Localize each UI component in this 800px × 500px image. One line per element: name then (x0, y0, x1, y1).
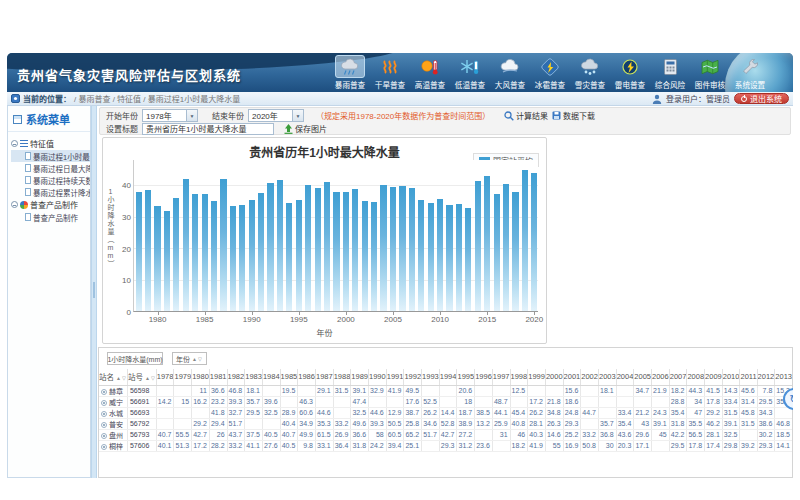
value-cell (422, 385, 440, 396)
year-column-header[interactable]: 1989 (351, 369, 369, 385)
sidebar-item[interactable]: 暴雨过程持续天数 (11, 174, 90, 186)
year-column-header[interactable]: 2013 (775, 369, 793, 385)
sidebar-item[interactable]: 暴雨过程日最大降水量 (11, 162, 90, 174)
chevron-down-icon: ▼ (292, 110, 303, 121)
value-cell: 37.5 (245, 429, 263, 440)
chart-title-input[interactable] (142, 123, 274, 135)
year-column-header[interactable]: 1990 (369, 369, 387, 385)
toolbar: 暴雨普查干旱普查高温普查低温普查大风普查冰雹普查雪灾普查雷电普查综合风险图件审核… (332, 55, 767, 90)
year-column-header[interactable]: 1987 (315, 369, 333, 385)
year-column-header[interactable]: 1980 (192, 369, 210, 385)
x-tick-label: 1990 (237, 315, 267, 324)
column-header[interactable]: 站号 ▲▽ (127, 369, 156, 385)
calc-result-button[interactable]: 计算结果 (504, 110, 548, 121)
logout-button[interactable]: 退出系统 (734, 93, 789, 104)
row-radio-icon[interactable] (101, 444, 107, 450)
value-cell: 48.7 (492, 396, 510, 407)
year-column-header[interactable]: 2012 (757, 369, 775, 385)
year-column-header[interactable]: 1992 (404, 369, 422, 385)
year-column-header[interactable]: 2014 (792, 369, 793, 385)
collapse-icon[interactable] (11, 201, 18, 208)
table-row[interactable]: 普安5679229.229.451.740.434.935.333.249.63… (99, 418, 793, 429)
toolbar-item[interactable]: 暴雨普查 (332, 55, 367, 90)
year-column-header[interactable]: 2000 (545, 369, 563, 385)
table-row[interactable]: 水城5669341.832.729.532.528.960.644.632.54… (99, 407, 793, 418)
year-column-header[interactable]: 2010 (722, 369, 740, 385)
save-image-button[interactable]: 保存图片 (284, 123, 327, 134)
column-header[interactable]: 站名 ▲▽ (99, 369, 127, 385)
year-column-header[interactable]: 1978 (156, 369, 174, 385)
value-cell: 16.2 (192, 396, 210, 407)
year-column-header[interactable]: 1996 (475, 369, 493, 385)
year-column-header[interactable]: 2001 (563, 369, 581, 385)
row-radio-icon[interactable] (101, 389, 107, 395)
value-cell: 50.8 (581, 440, 599, 451)
year-column-header[interactable]: 2008 (687, 369, 705, 385)
value-cell (510, 396, 528, 407)
value-cell: 51.7 (227, 418, 245, 429)
year-column-header[interactable]: 2004 (616, 369, 634, 385)
sidebar-item[interactable]: 暴雨过程1小时最大降水量 (11, 150, 90, 162)
year-column-header[interactable]: 2006 (652, 369, 670, 385)
year-column-header[interactable]: 1982 (227, 369, 245, 385)
value-cell: 33.4 (722, 396, 740, 407)
year-column-header[interactable]: 2011 (740, 369, 757, 385)
value-cell (439, 396, 457, 407)
year-column-header[interactable]: 2003 (598, 369, 616, 385)
y-tick-label: 10 (107, 276, 131, 285)
value-cell: 43.6 (616, 429, 634, 440)
value-cell: 34.6 (422, 418, 440, 429)
toolbar-item[interactable]: 冰雹普查 (532, 55, 567, 90)
year-column-header[interactable]: 1991 (386, 369, 404, 385)
row-radio-icon[interactable] (101, 411, 107, 417)
year-column-header[interactable]: 1979 (174, 369, 192, 385)
year-column-header[interactable]: 1988 (333, 369, 351, 385)
row-radio-icon[interactable] (101, 400, 107, 406)
breadcrumb[interactable]: / 暴雨普查 / 特征值 / 暴雨过程1小时最大降水量 (74, 93, 240, 104)
table-row[interactable]: 盘州5679340.755.542.72643.737.540.540.749.… (99, 429, 793, 440)
toolbar-item[interactable]: 雷电普查 (612, 55, 647, 90)
toolbar-item[interactable]: 综合风险 (652, 55, 687, 90)
data-download-button[interactable]: 数据下载 (552, 110, 595, 121)
value-cell: 21.2 (634, 407, 652, 418)
sidebar-item[interactable]: 普查产品制作 (11, 211, 90, 223)
toolbar-item[interactable]: 雪灾普查 (572, 55, 607, 90)
year-column-header[interactable]: 1985 (280, 369, 298, 385)
toolbar-item[interactable]: 低温普查 (452, 55, 487, 90)
table-row[interactable]: 桐梓5760640.151.317.228.233.241.127.640.59… (99, 440, 793, 451)
value-cell: 34 (687, 396, 705, 407)
value-cell (492, 440, 510, 451)
sidebar-item[interactable]: 暴雨过程累计降水量 (11, 186, 90, 198)
year-column-header[interactable]: 1981 (209, 369, 227, 385)
value-cell (492, 385, 510, 396)
year-column-header[interactable]: 1993 (422, 369, 440, 385)
year-column-header[interactable]: 1995 (457, 369, 475, 385)
start-year-select[interactable]: 1978年 ▼ (142, 109, 198, 122)
year-column-header[interactable]: 2009 (705, 369, 723, 385)
year-column-header[interactable]: 2005 (634, 369, 652, 385)
year-column-header[interactable]: 1984 (262, 369, 280, 385)
toolbar-item[interactable]: 系统设置 (732, 55, 767, 90)
toolbar-item[interactable]: 干旱普查 (372, 55, 407, 90)
row-radio-icon[interactable] (101, 422, 107, 428)
table-row[interactable]: 威宁5669114.21516.223.239.335.739.646.347.… (99, 396, 793, 407)
toolbar-item[interactable]: 图件审核 (692, 55, 727, 90)
year-sort-chip[interactable]: 年份 ▲▽ (172, 352, 207, 365)
year-column-header[interactable]: 1983 (245, 369, 263, 385)
year-column-header[interactable]: 1986 (298, 369, 316, 385)
toolbar-item[interactable]: 大风普查 (492, 55, 527, 90)
year-column-header[interactable]: 1994 (439, 369, 457, 385)
year-column-header[interactable]: 2007 (669, 369, 687, 385)
year-column-header[interactable]: 1997 (492, 369, 510, 385)
value-cell: 27.6 (262, 440, 280, 451)
year-column-header[interactable]: 1998 (510, 369, 528, 385)
year-column-header[interactable]: 2002 (581, 369, 599, 385)
year-column-header[interactable]: 1999 (528, 369, 546, 385)
end-year-select[interactable]: 2020年 ▼ (248, 109, 304, 122)
table-row[interactable]: 赫章565981136.646.818.119.529.131.539.132.… (99, 385, 793, 396)
sidebar-group[interactable]: 特征值 (11, 137, 90, 150)
toolbar-item[interactable]: 高温普查 (412, 55, 447, 90)
sidebar-group[interactable]: 普查产品制作 (11, 198, 90, 211)
row-radio-icon[interactable] (101, 433, 107, 439)
collapse-icon[interactable] (11, 140, 18, 147)
